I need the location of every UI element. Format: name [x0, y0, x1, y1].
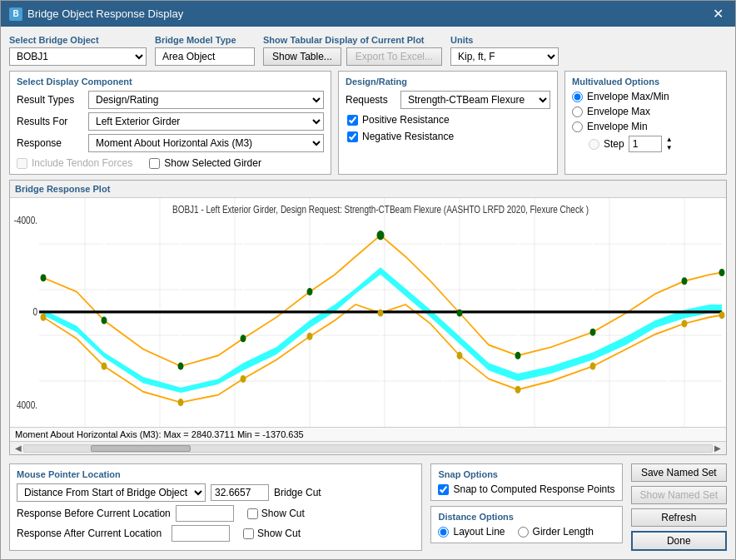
- scrollbar-thumb[interactable]: [91, 445, 191, 452]
- step-input[interactable]: [629, 136, 662, 152]
- svg-point-41: [41, 314, 46, 320]
- refresh-button[interactable]: Refresh: [631, 508, 727, 527]
- svg-point-43: [178, 399, 183, 406]
- layout-line-radio[interactable]: [438, 527, 449, 538]
- show-cut-before-checkbox[interactable]: [247, 508, 258, 519]
- bridge-cut-label: Bridge Cut: [274, 487, 321, 498]
- titlebar: B Bridge Object Response Display ✕: [1, 1, 735, 27]
- svg-point-49: [590, 363, 595, 369]
- response-before-input[interactable]: [176, 505, 234, 522]
- results-for-select[interactable]: Left Exterior Girder: [88, 112, 324, 131]
- step-radio[interactable]: [589, 139, 599, 150]
- bridge-model-type-value: Area Object: [155, 47, 255, 66]
- response-after-input[interactable]: [172, 525, 230, 542]
- svg-point-35: [377, 231, 384, 240]
- snap-options-title: Snap Options: [438, 469, 614, 479]
- snap-options-section: Snap Options Snap to Computed Response P…: [430, 463, 622, 501]
- result-types-label: Result Types: [17, 94, 83, 106]
- svg-point-40: [719, 270, 724, 276]
- units-group: Units Kip, ft, F: [450, 35, 559, 66]
- main-content: Select Bridge Object BOBJ1 Bridge Model …: [1, 27, 735, 559]
- done-button[interactable]: Done: [631, 531, 727, 551]
- negative-resistance-checkbox[interactable]: [347, 131, 358, 142]
- response-select[interactable]: Moment About Horizontal Axis (M3): [88, 134, 324, 152]
- envelope-max-label: Envelope Max: [572, 106, 719, 117]
- units-select[interactable]: Kip, ft, F: [450, 47, 559, 66]
- envelope-max-radio[interactable]: [572, 107, 583, 117]
- response-label: Response: [17, 137, 83, 149]
- show-cut-after-checkbox[interactable]: [243, 528, 254, 539]
- layout-line-radio-label: Layout Line: [438, 526, 505, 538]
- svg-text:0: 0: [32, 306, 37, 317]
- envelope-maxmin-radio[interactable]: [572, 92, 583, 102]
- svg-point-42: [102, 363, 107, 369]
- svg-point-33: [241, 335, 246, 342]
- distance-options-title: Distance Options: [438, 512, 614, 522]
- save-named-set-button[interactable]: Save Named Set: [631, 463, 727, 482]
- show-table-button[interactable]: Show Table...: [263, 47, 341, 66]
- top-controls: Select Bridge Object BOBJ1 Bridge Model …: [9, 35, 727, 66]
- svg-point-36: [457, 310, 462, 316]
- action-buttons: Save Named Set Show Named Set Refresh Do…: [631, 463, 727, 551]
- multivalued-title: Multivalued Options: [572, 77, 719, 87]
- bridge-object-group: Select Bridge Object BOBJ1: [9, 35, 147, 66]
- plot-area[interactable]: BOBJ1 - Left Exterior Girder, Design Req…: [10, 198, 726, 427]
- response-after-label: Response After Current Location: [17, 528, 167, 539]
- show-cut-after-label: Show Cut: [257, 528, 301, 539]
- snap-checkbox[interactable]: [438, 484, 449, 495]
- include-tendon-checkbox[interactable]: [17, 158, 27, 169]
- bridge-model-type-group: Bridge Model Type Area Object: [155, 35, 255, 66]
- envelope-min-label: Envelope Min: [572, 121, 719, 132]
- girder-length-radio[interactable]: [518, 527, 529, 538]
- svg-text:BOBJ1 - Left Exterior Girder, : BOBJ1 - Left Exterior Girder, Design Req…: [172, 204, 589, 215]
- svg-point-51: [719, 312, 724, 319]
- design-rating-section: Design/Rating Requests Strength-CTBeam F…: [338, 71, 558, 175]
- svg-point-34: [307, 289, 312, 295]
- display-component-title: Select Display Component: [17, 77, 324, 87]
- svg-point-50: [682, 320, 687, 327]
- scroll-left-arrow[interactable]: ◀: [13, 444, 23, 453]
- svg-point-37: [515, 352, 520, 359]
- step-label: Step: [604, 138, 624, 150]
- svg-point-31: [102, 317, 107, 324]
- bottom-section: Mouse Pointer Location Distance From Sta…: [9, 460, 727, 551]
- plot-status-bar: Moment About Horizontal Axis (M3): Max =…: [10, 427, 726, 441]
- scroll-right-arrow[interactable]: ▶: [713, 444, 723, 453]
- envelope-maxmin-label: Envelope Max/Min: [572, 91, 719, 102]
- positive-resistance-label: Positive Resistance: [347, 114, 550, 126]
- close-button[interactable]: ✕: [709, 6, 727, 22]
- girder-length-radio-label: Girder Length: [518, 526, 594, 538]
- main-window: B Bridge Object Response Display ✕ Selec…: [0, 0, 736, 560]
- svg-point-48: [515, 386, 520, 393]
- svg-point-38: [590, 329, 595, 335]
- response-before-label: Response Before Current Location: [17, 508, 171, 519]
- requests-select[interactable]: Strength-CTBeam Flexure: [400, 91, 550, 109]
- distance-value-input[interactable]: [211, 484, 269, 501]
- requests-label: Requests: [346, 94, 395, 106]
- svg-point-45: [307, 333, 312, 339]
- svg-point-44: [241, 376, 246, 383]
- export-excel-button[interactable]: Export To Excel...: [346, 47, 442, 66]
- display-component-section: Select Display Component Result Types De…: [9, 71, 331, 175]
- scrollbar-track[interactable]: [23, 444, 713, 453]
- svg-text:4000.: 4000.: [17, 399, 37, 410]
- step-down-arrow[interactable]: ▼: [666, 144, 673, 152]
- envelope-min-radio[interactable]: [572, 121, 583, 132]
- plot-scrollbar[interactable]: ◀ ▶: [10, 441, 726, 454]
- mouse-pointer-section: Mouse Pointer Location Distance From Sta…: [9, 463, 422, 551]
- bridge-model-type-label: Bridge Model Type: [155, 35, 255, 45]
- result-types-select[interactable]: Design/Rating: [88, 91, 324, 109]
- show-tabular-label: Show Tabular Display of Current Plot: [263, 35, 442, 45]
- design-rating-title: Design/Rating: [346, 77, 550, 87]
- show-named-set-button[interactable]: Show Named Set: [631, 486, 727, 504]
- plot-section: Bridge Response Plot: [9, 180, 727, 455]
- distance-type-select[interactable]: Distance From Start of Bridge Object: [17, 483, 206, 502]
- show-selected-girder-checkbox[interactable]: [149, 158, 160, 169]
- svg-point-39: [682, 278, 687, 285]
- positive-resistance-checkbox[interactable]: [347, 115, 358, 126]
- svg-point-32: [178, 363, 183, 369]
- plot-svg: BOBJ1 - Left Exterior Girder, Design Req…: [10, 198, 726, 427]
- bridge-object-select[interactable]: BOBJ1: [9, 47, 147, 66]
- distance-options-section: Distance Options Layout Line Girder Leng…: [430, 506, 622, 543]
- step-up-arrow[interactable]: ▲: [666, 136, 673, 144]
